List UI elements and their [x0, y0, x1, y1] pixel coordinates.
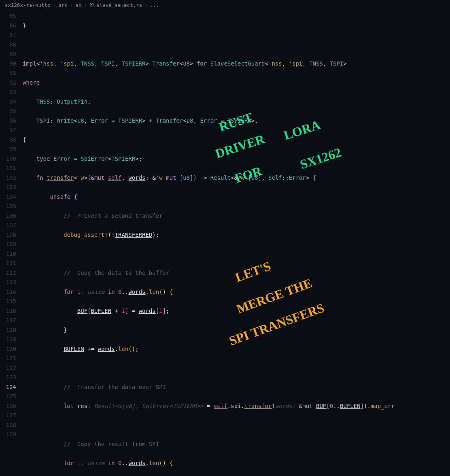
comment: // Copy the result from SPI: [64, 441, 159, 447]
chevron-right-icon: ›: [70, 0, 73, 10]
chevron-right-icon: ›: [84, 0, 87, 10]
line-number-gutter: 8586878889909192939495969798991001011021…: [0, 11, 23, 476]
comment: // Transfer the data over SPI: [64, 384, 166, 390]
comment: // Prevent a second transfer: [64, 212, 162, 219]
rust-file-icon: ⦿: [89, 0, 94, 10]
keyword: impl: [23, 60, 36, 67]
breadcrumb-symbol[interactable]: ...: [150, 0, 159, 10]
breadcrumb[interactable]: sx126x-rs-nuttx › src › sx › ⦿ slave_sel…: [0, 0, 450, 11]
code-area[interactable]: } impl<'nss, 'spi, TNSS, TSPI, TSPIERR> …: [23, 11, 450, 476]
code-editor[interactable]: 8586878889909192939495969798991001011021…: [0, 11, 450, 476]
chevron-right-icon: ›: [144, 0, 148, 10]
code-text: }: [23, 22, 26, 29]
comment: // Copy the data to the buffer: [64, 270, 169, 276]
breadcrumb-part[interactable]: src: [58, 0, 68, 10]
breadcrumb-file[interactable]: slave_select.rs: [96, 0, 142, 10]
chevron-right-icon: ›: [53, 0, 56, 10]
breadcrumb-part[interactable]: sx126x-rs-nuttx: [5, 0, 51, 10]
breadcrumb-part[interactable]: sx: [76, 0, 82, 10]
